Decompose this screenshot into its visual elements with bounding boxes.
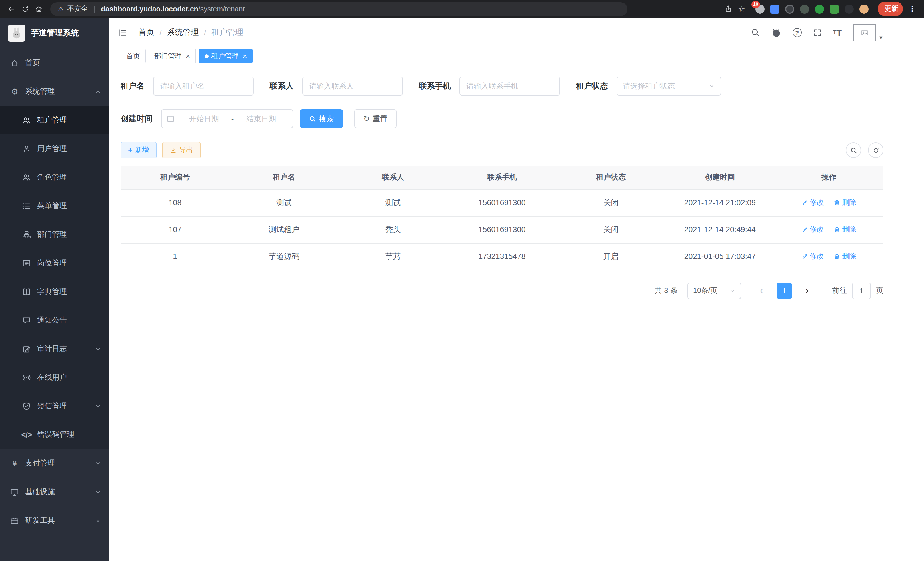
sidebar-item-post[interactable]: 岗位管理	[0, 249, 109, 277]
tab-tenant[interactable]: 租户管理 ×	[199, 49, 253, 63]
chevron-up-icon	[95, 88, 101, 95]
breadcrumb-item[interactable]: 系统管理	[167, 27, 199, 38]
sidebar-item-payment[interactable]: ¥ 支付管理	[0, 449, 109, 478]
sidebar-item-system[interactable]: ⚙ 系统管理	[0, 77, 109, 106]
goto-page-input[interactable]	[852, 282, 871, 299]
link-label: 修改	[809, 198, 824, 208]
sidebar-item-dict[interactable]: 字典管理	[0, 277, 109, 306]
collapse-sidebar-icon[interactable]	[118, 28, 128, 38]
font-size-icon[interactable]: TT	[833, 28, 842, 37]
topbar-actions: ? TT ▼	[751, 24, 884, 41]
sidebar-item-home[interactable]: 首页	[0, 49, 109, 77]
reload-icon[interactable]	[18, 2, 32, 16]
logo-avatar	[8, 25, 25, 42]
share-icon[interactable]	[725, 5, 732, 13]
delete-link[interactable]: 删除	[834, 198, 856, 208]
next-page-button[interactable]: ›	[800, 283, 815, 298]
phone-input[interactable]	[459, 77, 560, 96]
button-label: 导出	[179, 145, 193, 155]
main-area: 首页 / 系统管理 / 租户管理 ?	[109, 18, 924, 561]
cell-phone: 15601691300	[447, 189, 556, 216]
tab-dept[interactable]: 部门管理 ×	[148, 49, 196, 63]
page-number-button[interactable]: 1	[777, 283, 792, 298]
security-label[interactable]: 不安全	[68, 4, 88, 14]
address-bar[interactable]: ⚠ 不安全 dashboard.yudao.iocoder.cn/system/…	[50, 2, 627, 16]
book-icon	[22, 287, 32, 296]
profile-avatar-icon[interactable]	[860, 4, 868, 14]
sidebar-item-dept[interactable]: 部门管理	[0, 220, 109, 249]
extension-icon-4[interactable]	[800, 4, 809, 14]
extension-icon-1[interactable]: 10	[755, 4, 765, 14]
close-icon[interactable]: ×	[243, 52, 247, 60]
tags-view: 首页 部门管理 × 租户管理 ×	[109, 47, 924, 65]
fullscreen-icon[interactable]	[813, 28, 822, 37]
close-icon[interactable]: ×	[186, 52, 190, 60]
sidebar-item-sms[interactable]: 短信管理	[0, 392, 109, 420]
github-icon[interactable]	[771, 28, 781, 38]
extension-icon-5[interactable]	[815, 4, 824, 14]
browser-update-button[interactable]: 更新	[878, 2, 903, 16]
cell-name: 测试	[230, 189, 338, 216]
field-label: 租户名	[121, 81, 145, 91]
user-avatar-menu[interactable]: ▼	[853, 24, 884, 41]
prev-page-button[interactable]: ‹	[754, 283, 769, 298]
delete-link[interactable]: 删除	[834, 225, 856, 235]
status-select[interactable]: 请选择租户状态	[616, 77, 721, 96]
sidebar-item-user[interactable]: 用户管理	[0, 134, 109, 163]
contact-input[interactable]	[302, 77, 403, 96]
sidebar-item-role[interactable]: 角色管理	[0, 163, 109, 192]
export-button[interactable]: 导出	[162, 142, 200, 158]
add-button[interactable]: + 新增	[121, 142, 156, 158]
caret-down-icon: ▼	[878, 35, 884, 41]
filter-row-1: 租户名 联系人 联系手机 租户状态 请选择租户状态	[121, 77, 884, 96]
link-label: 删除	[842, 252, 856, 261]
sidebar-item-label: 用户管理	[37, 144, 67, 154]
toggle-search-button[interactable]	[846, 142, 861, 158]
reset-button[interactable]: ↻ 重置	[354, 109, 397, 128]
edit-link[interactable]: 修改	[801, 252, 824, 261]
filter-row-2: 创建时间 开始日期 - 结束日期 搜索 ↻ 重置	[121, 109, 884, 128]
sidebar-item-infrastructure[interactable]: 基础设施	[0, 478, 109, 506]
tab-home[interactable]: 首页	[121, 49, 146, 63]
sidebar-item-error-code[interactable]: </> 错误码管理	[0, 420, 109, 449]
sidebar-logo[interactable]: 芋道管理系统	[0, 18, 109, 49]
refresh-table-button[interactable]	[868, 142, 884, 158]
search-button[interactable]: 搜索	[300, 109, 343, 128]
breadcrumb-separator: /	[204, 28, 206, 37]
home-icon[interactable]	[32, 2, 46, 16]
cell-status: 开启	[556, 243, 665, 270]
extension-icon-3[interactable]	[785, 4, 794, 14]
edit-link[interactable]: 修改	[801, 198, 824, 208]
browser-menu-icon[interactable]: ⋮	[909, 5, 916, 13]
sidebar-item-notice[interactable]: 通知公告	[0, 306, 109, 335]
extension-icon-2[interactable]	[770, 4, 779, 14]
sidebar-item-online-users[interactable]: 在线用户	[0, 363, 109, 392]
sidebar-item-menu[interactable]: 菜单管理	[0, 192, 109, 220]
search-icon[interactable]	[751, 28, 760, 37]
link-label: 删除	[842, 225, 856, 235]
goto-label: 前往	[832, 285, 847, 296]
sidebar-item-tenant[interactable]: 租户管理	[0, 106, 109, 134]
sidebar-item-audit-log[interactable]: 审计日志	[0, 335, 109, 363]
page-size-label: 10条/页	[693, 286, 717, 295]
edit-link[interactable]: 修改	[801, 225, 824, 235]
extension-icon-6[interactable]	[830, 4, 839, 14]
cell-actions: 修改 删除	[774, 243, 884, 270]
help-icon[interactable]: ?	[793, 28, 802, 37]
breadcrumb-item-current: 租户管理	[212, 27, 243, 38]
back-icon[interactable]	[4, 2, 18, 16]
tenant-name-input[interactable]	[153, 77, 254, 96]
sidebar-item-label: 部门管理	[37, 229, 67, 240]
button-label: 新增	[135, 145, 149, 155]
date-range-picker[interactable]: 开始日期 - 结束日期	[161, 109, 293, 128]
sidebar-item-devtools[interactable]: 研发工具	[0, 506, 109, 535]
delete-link[interactable]: 删除	[834, 252, 856, 261]
page-size-select[interactable]: 10条/页	[687, 282, 741, 299]
link-label: 修改	[809, 252, 824, 261]
roles-icon	[22, 173, 32, 182]
sidebar-item-label: 租户管理	[37, 115, 67, 125]
bookmark-star-icon[interactable]: ☆	[738, 4, 745, 14]
extension-icon-7[interactable]	[844, 4, 854, 14]
breadcrumb-item[interactable]: 首页	[138, 27, 154, 38]
cell-phone: 15601691300	[447, 216, 556, 243]
